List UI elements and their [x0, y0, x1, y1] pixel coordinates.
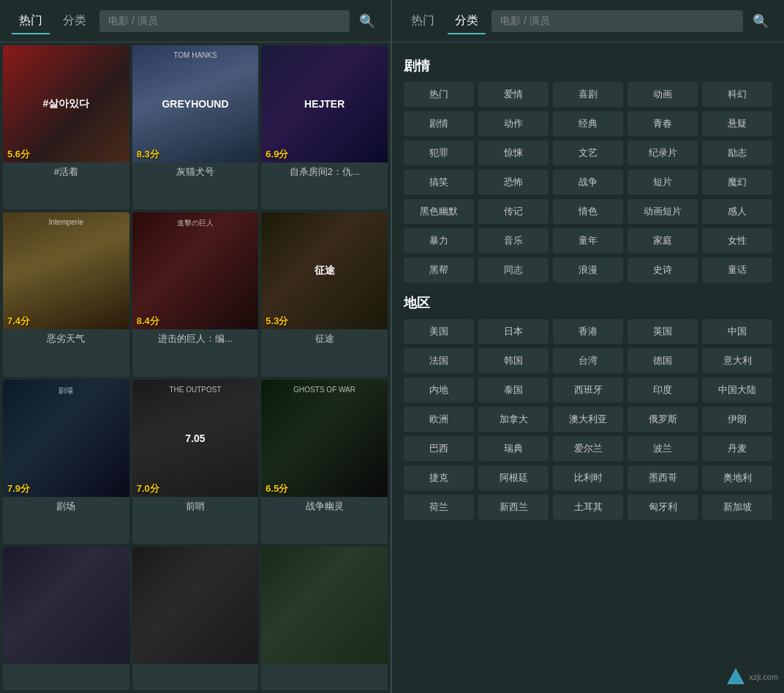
section-title-1: 地区 [404, 294, 772, 312]
tag-0-15[interactable]: 搞笑 [404, 170, 474, 195]
tag-0-17[interactable]: 战争 [553, 170, 623, 195]
movie-card-6[interactable]: 征途 5.3分 征途 [261, 212, 388, 376]
left-tab-hot[interactable]: 热门 [12, 9, 50, 33]
tag-1-33[interactable]: 匈牙利 [627, 495, 698, 520]
tag-0-10[interactable]: 犯罪 [404, 141, 474, 165]
movie-card-9[interactable]: GHOSTS OF WAR 6.5分 战争幽灵 [261, 380, 388, 544]
left-panel: 热门 分类 电影 / 演员 🔍 #살아있다 5.6分 #活着 TOM HANKS… [0, 0, 392, 693]
tag-1-4[interactable]: 中国 [702, 319, 772, 344]
tag-0-8[interactable]: 青春 [627, 111, 698, 136]
tag-1-3[interactable]: 英国 [627, 319, 698, 344]
tag-0-25[interactable]: 暴力 [404, 228, 474, 253]
tag-0-16[interactable]: 恐怖 [478, 170, 549, 195]
movie-title-7: 剧场 [3, 497, 129, 517]
tag-0-28[interactable]: 家庭 [627, 228, 698, 253]
movie-card-10[interactable] [3, 547, 129, 690]
movie-poster-7: 剧場 7.9分 [3, 380, 129, 497]
tag-1-15[interactable]: 欧洲 [404, 407, 474, 432]
tag-1-29[interactable]: 奥地利 [702, 465, 772, 490]
tag-1-16[interactable]: 加拿大 [478, 407, 549, 432]
tag-1-0[interactable]: 美国 [404, 319, 474, 344]
tag-1-27[interactable]: 比利时 [553, 465, 623, 490]
movie-card-7[interactable]: 剧場 7.9分 剧场 [3, 380, 129, 544]
tag-1-9[interactable]: 意大利 [702, 348, 772, 373]
tag-0-14[interactable]: 励志 [702, 141, 772, 165]
tag-1-34[interactable]: 新加坡 [702, 495, 772, 520]
tag-1-10[interactable]: 内地 [404, 378, 474, 402]
tag-0-0[interactable]: 热门 [404, 82, 474, 107]
tag-1-1[interactable]: 日本 [478, 319, 549, 344]
movie-card-5[interactable]: 進擊の巨人 8.4分 进击的巨人：编... [132, 212, 259, 376]
left-tab-category[interactable]: 分类 [56, 9, 94, 33]
tag-0-13[interactable]: 纪录片 [627, 141, 698, 165]
tag-0-7[interactable]: 经典 [553, 111, 623, 136]
movie-title-1: #活着 [3, 162, 129, 183]
tag-1-11[interactable]: 泰国 [478, 378, 549, 402]
tag-0-18[interactable]: 短片 [627, 170, 698, 195]
tag-1-26[interactable]: 阿根廷 [478, 465, 549, 490]
tag-1-13[interactable]: 印度 [627, 378, 698, 402]
tag-1-19[interactable]: 伊朗 [702, 407, 772, 432]
tag-1-6[interactable]: 韩国 [478, 348, 549, 373]
tag-1-5[interactable]: 法国 [404, 348, 474, 373]
tag-1-18[interactable]: 俄罗斯 [627, 407, 698, 432]
tag-0-34[interactable]: 童话 [702, 258, 772, 282]
tag-1-30[interactable]: 荷兰 [404, 495, 474, 520]
tag-1-12[interactable]: 西班牙 [553, 378, 623, 402]
movie-card-11[interactable] [132, 547, 259, 690]
tag-0-26[interactable]: 音乐 [478, 228, 549, 253]
tag-1-14[interactable]: 中国大陆 [702, 378, 772, 402]
movie-card-8[interactable]: THE OUTPOST 7.05 7.0分 前哨 [132, 380, 259, 544]
tag-0-1[interactable]: 爱情 [478, 82, 549, 107]
tag-1-31[interactable]: 新西兰 [478, 495, 549, 520]
tag-0-32[interactable]: 浪漫 [553, 258, 623, 282]
tag-0-29[interactable]: 女性 [702, 228, 772, 253]
movie-score-2: 8.3分 [137, 148, 159, 161]
tag-1-28[interactable]: 墨西哥 [627, 465, 698, 490]
right-tab-category[interactable]: 分类 [448, 9, 486, 33]
movie-card-2[interactable]: TOM HANKS GREYHOUND 8.3分 灰猫犬号 [132, 45, 259, 209]
tag-0-31[interactable]: 同志 [478, 258, 549, 282]
right-search-bar: 电影 / 演员 [491, 10, 743, 32]
right-tab-hot[interactable]: 热门 [404, 9, 442, 33]
tag-1-25[interactable]: 捷克 [404, 465, 474, 490]
right-search-button[interactable]: 🔍 [749, 10, 772, 33]
tag-1-21[interactable]: 瑞典 [478, 436, 549, 461]
poster-top-text-4: Intemperie [3, 218, 129, 226]
tag-1-32[interactable]: 土耳其 [553, 495, 623, 520]
tag-1-7[interactable]: 台湾 [553, 348, 623, 373]
tag-0-20[interactable]: 黑色幽默 [404, 199, 474, 224]
tag-0-9[interactable]: 悬疑 [702, 111, 772, 136]
tag-0-2[interactable]: 喜剧 [553, 82, 623, 107]
tag-0-23[interactable]: 动画短片 [627, 199, 698, 224]
movie-card-3[interactable]: HEJTER 6.9分 自杀房间2：仇... [261, 45, 388, 209]
tag-0-21[interactable]: 传记 [478, 199, 549, 224]
movie-card-12[interactable] [261, 547, 388, 690]
tag-0-24[interactable]: 感人 [702, 199, 772, 224]
tag-1-24[interactable]: 丹麦 [702, 436, 772, 461]
tag-0-22[interactable]: 情色 [553, 199, 623, 224]
tag-0-6[interactable]: 动作 [478, 111, 549, 136]
movie-grid: #살아있다 5.6分 #活着 TOM HANKS GREYHOUND 8.3分 … [0, 42, 391, 693]
tag-1-17[interactable]: 澳大利亚 [553, 407, 623, 432]
left-search-button[interactable]: 🔍 [355, 10, 379, 33]
movie-card-4[interactable]: Intemperie 7.4分 恶劣天气 [3, 212, 129, 376]
tag-1-20[interactable]: 巴西 [404, 436, 474, 461]
tag-0-33[interactable]: 史诗 [627, 258, 698, 282]
movie-score-9: 6.5分 [265, 482, 288, 495]
tag-1-2[interactable]: 香港 [553, 319, 623, 344]
tag-0-27[interactable]: 童年 [553, 228, 623, 253]
tag-1-22[interactable]: 爱尔兰 [553, 436, 623, 461]
tag-0-3[interactable]: 动画 [627, 82, 698, 107]
tag-1-23[interactable]: 波兰 [627, 436, 698, 461]
tag-0-12[interactable]: 文艺 [553, 141, 623, 165]
tag-0-5[interactable]: 剧情 [404, 111, 474, 136]
tag-0-19[interactable]: 魔幻 [702, 170, 772, 195]
movie-score-4: 7.4分 [7, 315, 30, 328]
movie-poster-2: TOM HANKS GREYHOUND 8.3分 [132, 45, 259, 162]
tag-0-11[interactable]: 惊悚 [478, 141, 549, 165]
tag-0-4[interactable]: 科幻 [702, 82, 772, 107]
tag-0-30[interactable]: 黑帮 [404, 258, 474, 282]
tag-1-8[interactable]: 德国 [627, 348, 698, 373]
movie-card-1[interactable]: #살아있다 5.6分 #活着 [3, 45, 129, 209]
